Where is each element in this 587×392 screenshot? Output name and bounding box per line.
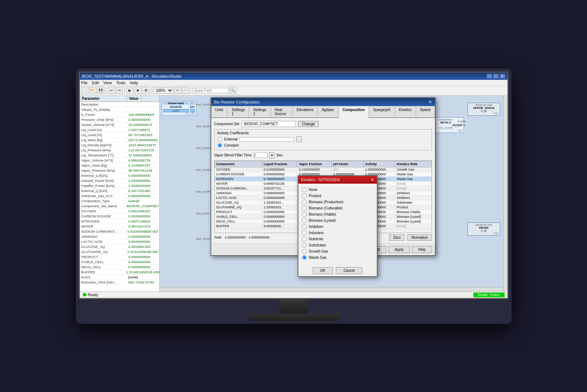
zoom-select[interactable]: 100% <box>153 87 173 94</box>
kin-label-inhibitors: Inhibitors <box>309 225 324 229</box>
kinetics-close-btn[interactable]: ✕ <box>371 177 374 182</box>
dialog-close-btn[interactable]: ✕ <box>428 99 432 105</box>
param-row: Substrate_Gas_KLA 0.0000000000 <box>80 193 159 199</box>
stop-icon[interactable]: ■ <box>134 87 142 94</box>
menu-file[interactable]: File <box>81 81 88 85</box>
vertical-scrollbar[interactable] <box>503 95 507 291</box>
left-panel: Parameter Value Description Values_To_Di… <box>80 95 160 291</box>
kin-radio-substrates[interactable] <box>302 243 307 248</box>
kin-product: Product <box>302 193 373 198</box>
param-row: NITROGEN 0.0007139824 <box>80 219 159 224</box>
help-footer-btn[interactable]: Help <box>412 246 432 253</box>
zoom-out-icon[interactable]: - <box>182 87 189 94</box>
new-icon[interactable]: 📄 <box>81 87 89 94</box>
table-row[interactable]: OXYGEN 0.2100000000 0.2100000000 N/A 1.0… <box>215 167 431 172</box>
undo-icon[interactable]: ↩ <box>108 87 115 94</box>
total-label: Total: <box>214 236 222 239</box>
kin-label-nutrients: Nutrients <box>309 237 323 241</box>
status-bar: Ready Model: Online <box>80 291 507 298</box>
minimize-btn[interactable]: ─ <box>486 74 492 79</box>
kin-radio-nutrients[interactable] <box>302 237 307 241</box>
tab-settings1[interactable]: Settings 1 <box>228 106 249 117</box>
comp-set-label: Component Set <box>214 122 240 126</box>
zero-btn[interactable]: Zero <box>389 234 405 241</box>
vapor-blend-unit: Sec <box>276 153 282 157</box>
radio-external-input[interactable] <box>217 137 222 142</box>
radio-constant-input[interactable] <box>217 143 222 148</box>
tab-kinetics[interactable]: Kinetics <box>395 106 416 117</box>
param-row: Execution_Time [micr... 804.7204176784 <box>80 280 159 285</box>
sink-vapor-space[interactable]: Advanced Sink VAPOR_SPACE S_IN #11 <box>468 103 500 116</box>
kin-biomass-lysed: Biomass (Lysed) <box>302 218 373 223</box>
apply-footer-btn[interactable]: Apply <box>388 246 410 253</box>
horizontal-scrollbar[interactable] <box>160 287 503 291</box>
tab-settings2[interactable]: Settings 2 <box>249 106 270 117</box>
radio-external-label: External <box>224 137 238 141</box>
total-vap-value: 1.0000000000 <box>249 236 270 239</box>
kin-radio-inducters[interactable] <box>302 230 307 235</box>
kinetics-ok-btn[interactable]: OK <box>313 267 333 274</box>
normalize-btn[interactable]: Normalize <box>407 234 432 241</box>
col-activity: Activity <box>363 161 395 167</box>
tab-speed[interactable]: Speed <box>416 106 435 117</box>
menu-tools[interactable]: Tools <box>116 81 126 85</box>
kin-radio-none[interactable] <box>302 187 307 192</box>
activity-section: Activity Coefficients External ... Const… <box>214 129 432 150</box>
kin-label-waste-gas: Waste Gas <box>309 256 327 260</box>
menu-view[interactable]: View <box>103 81 112 85</box>
kin-radio-product[interactable] <box>302 193 307 198</box>
quick-find-input[interactable] <box>192 88 229 93</box>
zoom-in-icon[interactable]: + <box>174 87 181 94</box>
run-icon[interactable]: ▶ <box>126 87 134 94</box>
kin-radio-biomass-lysed[interactable] <box>302 218 307 223</box>
param-row: Description <box>80 102 159 107</box>
status-ready: Ready <box>83 293 98 297</box>
kin-radio-biomass-culturable[interactable] <box>302 206 307 211</box>
stream-sparge[interactable]: Stream Input SPARGE S_OUT #7 <box>162 101 191 116</box>
menu-edit[interactable]: Edit <box>92 81 99 85</box>
vapor-blend-input[interactable] <box>253 152 268 158</box>
kin-radio-inhibitors[interactable] <box>302 224 307 229</box>
search-icon[interactable]: 🔍 <box>229 87 237 94</box>
kin-label-inducters: Inducters <box>309 231 324 235</box>
ready-text: Ready <box>88 293 98 297</box>
kin-radio-biomass-viable[interactable] <box>302 212 307 217</box>
settings-icon[interactable]: ⚙ <box>142 87 150 94</box>
close-btn[interactable]: ✕ <box>500 74 505 79</box>
kin-biomass-viable: Biomass (Viable) <box>302 212 373 217</box>
param-row: Liq_Density [kg/m3] 1015.9664216672 <box>80 143 159 148</box>
maximize-btn[interactable]: □ <box>493 74 499 79</box>
external-browse-btn[interactable]: ... <box>296 136 302 142</box>
param-row: AMMONIA 0.0000000000 <box>80 234 159 239</box>
comp-set-input[interactable] <box>241 121 296 127</box>
kin-biomass-productive: Biomass (Productive) <box>302 200 373 204</box>
param-row: DEAD_CELL 0.0000000000 <box>80 265 159 270</box>
kinetics-cancel-btn[interactable]: Cancel <box>336 267 362 274</box>
sink-drain[interactable]: Advanced Sink DRAIN S_IN #13 <box>468 222 500 236</box>
param-row: GLUTAMINE_AQ 2.0231426916E-007 <box>80 249 159 254</box>
param-row: OXYGEN 0.0001044422 <box>80 209 159 214</box>
redo-icon[interactable]: ↪ <box>116 87 123 94</box>
tab-units[interactable]: Units <box>211 106 228 117</box>
external-input[interactable] <box>240 137 294 142</box>
sep4 <box>191 87 191 93</box>
tab-heat-source[interactable]: Heat Source <box>271 106 292 117</box>
sep2 <box>125 87 125 93</box>
menu-help[interactable]: Help <box>130 81 138 85</box>
kin-radio-biomass-productive[interactable] <box>302 200 307 204</box>
vapor-blend-btn[interactable]: ▼ <box>269 152 275 158</box>
save-icon[interactable]: 💾 <box>97 87 105 94</box>
open-icon[interactable]: 📂 <box>89 87 97 94</box>
param-list: Description Values_To_Display K_Factor 1… <box>80 102 159 290</box>
tab-agitator[interactable]: Agitator <box>318 106 338 117</box>
param-row: Pressure_Drop (kPa) 0.0000000000 <box>80 117 159 122</box>
tab-sparge-ph[interactable]: Sparge/pH <box>369 106 395 117</box>
kin-radio-growth-gas[interactable] <box>302 249 307 254</box>
kin-radio-waste-gas[interactable] <box>302 255 307 260</box>
change-btn[interactable]: Change <box>298 121 319 127</box>
canvas-area: Stream Input OVERLAY_GAS S_OUT #1 Stream… <box>160 95 507 291</box>
tab-composition[interactable]: Composition <box>339 106 369 118</box>
tab-elevations[interactable]: Elevations <box>293 106 317 117</box>
monitor-stand <box>79 299 509 321</box>
param-row: Liq_Level [m] 2.0027146871 <box>80 127 159 132</box>
